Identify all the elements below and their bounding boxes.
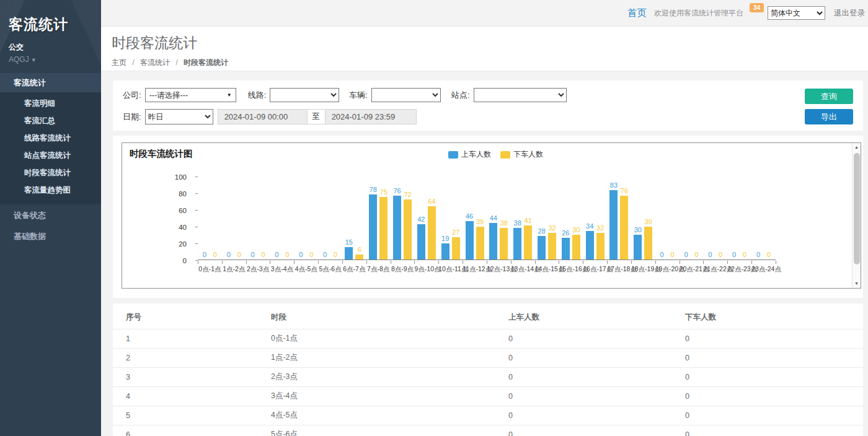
sidebar-subitem[interactable]: 客流明细 (0, 95, 101, 113)
x-axis-label: 18点-19点 (631, 265, 655, 274)
bar-value-label: 46 (466, 212, 473, 220)
x-axis-label: 11点-12点 (463, 265, 487, 274)
bar-group: 4438 (487, 177, 511, 259)
x-axis-label: 12点-13点 (487, 265, 511, 274)
bar-group: 8376 (607, 177, 631, 259)
x-axis-label: 10点-11点 (438, 265, 463, 274)
table-cell: 5 (113, 406, 271, 425)
company-select[interactable]: ---请选择--- (145, 88, 236, 102)
bar: 30 (572, 235, 580, 260)
breadcrumb-home[interactable]: 主页 (112, 58, 126, 67)
bar-value-label: 0 (756, 251, 760, 258)
line-select[interactable] (270, 88, 339, 102)
table-cell: 0 (508, 349, 685, 368)
bar-value-label: 15 (345, 238, 353, 246)
vehicle-select[interactable] (371, 88, 441, 102)
sidebar-subitem[interactable]: 客流量趋势图 (0, 182, 101, 199)
scrollbar-thumb[interactable] (854, 153, 860, 264)
table-cell: 2点-3点 (271, 368, 508, 387)
x-axis-label: 0点-1点 (198, 265, 222, 274)
bar: 76 (393, 196, 401, 259)
table-cell: 0 (508, 425, 685, 436)
legend-swatch-alighting (500, 151, 510, 159)
date-from-input[interactable]: 2024-01-09 00:00 (218, 109, 308, 124)
table-row: 32点-3点00 (113, 368, 863, 387)
bar-group: 00 (318, 177, 342, 259)
bar: 28 (538, 236, 546, 259)
user-dropdown[interactable]: AQGJ▼ (9, 55, 92, 64)
bar-group: 00 (655, 177, 680, 259)
table-cell: 4点-5点 (271, 406, 508, 425)
bar-value-label: 39 (476, 218, 484, 225)
y-axis-tick-label: 100 (175, 173, 187, 181)
x-axis-label: 8点-9点 (391, 265, 415, 274)
notification-badge: 34 (750, 3, 764, 12)
main-content: 公司: ---请选择--- ▼ 线路: 车辆: 站点: 日期: 昨日 2024-… (101, 71, 868, 436)
sidebar-subitem[interactable]: 时段客流统计 (0, 165, 101, 182)
bar-value-label: 38 (500, 219, 508, 227)
table-cell: 0 (508, 329, 685, 349)
table-row: 21点-2点00 (113, 349, 863, 368)
bar-group: 3432 (583, 177, 607, 259)
bar-value-label: 0 (285, 251, 289, 258)
sidebar-subitem[interactable]: 客流汇总 (0, 113, 101, 130)
legend-item-alighting[interactable]: 下车人数 (500, 149, 543, 160)
x-axis-label: 17点-18点 (607, 265, 631, 274)
bar-group: 00 (751, 177, 776, 259)
sidebar-subitem[interactable]: 站点客流统计 (0, 147, 101, 165)
table-header-cell: 下车人数 (685, 307, 863, 329)
sidebar-subitem[interactable]: 线路客流统计 (0, 130, 101, 147)
date-preset-select[interactable]: 昨日 (145, 109, 213, 124)
bar-group: 4264 (414, 177, 438, 259)
table-cell: 4 (113, 387, 271, 406)
x-axis-label: 9点-10点 (414, 265, 438, 274)
top-bar: 首页 欢迎使用客流统计管理平台 34 简体中文 退出登录 (101, 0, 868, 27)
table-cell: 0 (685, 349, 863, 368)
x-axis-label: 6点-7点 (342, 265, 366, 274)
bar-value-label: 0 (708, 251, 712, 258)
query-button[interactable]: 查询 (805, 89, 853, 104)
date-to-input[interactable]: 2024-01-09 23:59 (325, 109, 417, 124)
station-label: 站点: (451, 90, 470, 101)
scroll-down-icon[interactable]: ▼ (852, 279, 861, 288)
bar-group: 2630 (559, 177, 583, 259)
bar: 83 (609, 190, 618, 259)
export-button[interactable]: 导出 (805, 109, 853, 124)
breadcrumb-section[interactable]: 客流统计 (140, 58, 170, 67)
scroll-up-icon[interactable]: ▲ (852, 143, 861, 152)
bar: 32 (548, 233, 556, 259)
legend-label: 下车人数 (513, 149, 543, 160)
bar-value-label: 64 (428, 198, 435, 205)
sidebar: 客流统计 公交 AQGJ▼ 客流统计 客流明细客流汇总线路客流统计站点客流统计时… (0, 0, 101, 436)
date-label: 日期: (123, 111, 141, 123)
bar-value-label: 28 (538, 227, 545, 235)
language-select[interactable]: 简体中文 (768, 6, 825, 20)
logout-link[interactable]: 退出登录 (834, 8, 865, 19)
x-axis-ticks (198, 261, 776, 264)
legend-item-boarding[interactable]: 上车人数 (448, 149, 491, 160)
sidebar-item[interactable]: 基础数据 (0, 226, 101, 246)
table-cell: 0 (685, 368, 863, 387)
station-select[interactable] (474, 88, 567, 102)
bar-value-label: 44 (490, 214, 497, 222)
user-name: AQGJ (9, 55, 29, 64)
bar-group: 00 (198, 177, 222, 259)
table-cell: 0 (685, 387, 863, 406)
bar-value-label: 0 (299, 251, 303, 258)
home-link[interactable]: 首页 (627, 7, 647, 20)
table-header-row: 序号时段上车人数下车人数 (113, 307, 863, 329)
sidebar-item[interactable]: 设备状态 (0, 205, 101, 225)
table-cell: 0 (685, 329, 863, 349)
sidebar-item-passenger-stats[interactable]: 客流统计 (0, 73, 101, 92)
vehicle-label: 车辆: (349, 90, 368, 101)
bar: 15 (345, 247, 353, 259)
bar: 39 (476, 227, 484, 259)
bar-group: 3039 (631, 177, 655, 259)
bar: 32 (596, 233, 604, 259)
table-cell: 0 (508, 368, 685, 387)
table-cell: 0 (685, 406, 863, 425)
table-cell: 0点-1点 (271, 329, 508, 349)
bar-value-label: 0 (743, 251, 746, 258)
legend-label: 上车人数 (461, 149, 491, 160)
bar: 34 (586, 231, 594, 259)
